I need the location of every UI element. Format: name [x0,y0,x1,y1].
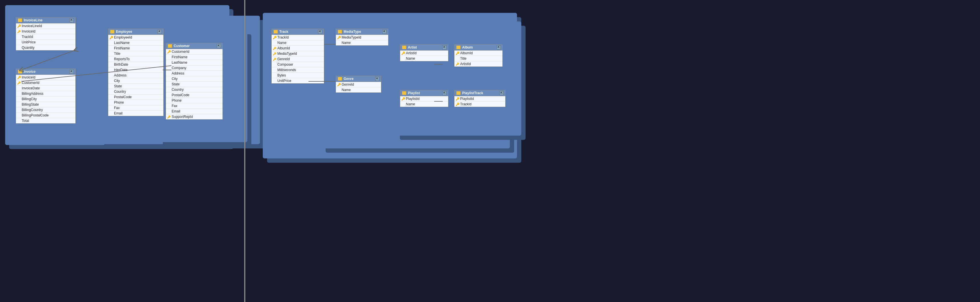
employee-row-5: ReportsTo [108,57,163,62]
employee-row-14: Fax [108,105,163,111]
canvas: InvoiceLine ⇱ 🔑 InvoiceLineId 🔑 InvoiceI… [0,0,980,302]
fk-icon: 🔑 [17,30,21,33]
invoice-title: Invoice [24,70,35,74]
far-right-panel [396,21,521,135]
customer-title: Customer [173,44,190,48]
pk-icon-inv: 🔑 [17,76,21,79]
mediatype-expand[interactable]: ⇱ [382,30,387,34]
table-icon-track [274,30,278,34]
track-field-8: Bytes [277,73,286,77]
invoiceline-expand[interactable]: ⇱ [70,18,74,22]
table-employee: Employee ⇱ 🔑 EmployeeId LastName FirstNa… [108,29,164,116]
table-icon-employee [110,30,115,34]
invoice-row-4: BillingAddress [16,91,75,97]
playlist-field-2: Name [406,102,415,106]
playlist-expand[interactable]: ⇱ [442,91,447,95]
customer-row-2: FirstName [166,54,223,60]
employee-field-6: BirthDate [114,62,128,67]
table-playlist: Playlist ⇱ 🔑 PlaylistId Name [400,90,449,107]
track-field-5: GenreId [277,57,290,61]
invoice-row-6: BillingState [16,102,75,107]
mediatype-row-2: Name [336,40,388,45]
employee-row-6: BirthDate [108,62,163,67]
customer-field-5: Address [172,72,184,75]
invoiceline-field-3: TrackId [22,35,33,39]
customer-row-1: 🔑 CustomerId [166,49,223,54]
invoiceline-field-1: InvoiceLineId [22,24,42,28]
invoiceline-row-3: TrackId [16,34,75,40]
invoiceline-field-5: Quantity [22,46,35,50]
invoice-row-7: BillingCountry [16,107,75,113]
employee-row-1: 🔑 EmployeeId [108,35,163,40]
table-genre: Genre ⇱ 🔑 GenreId Name [336,76,381,93]
album-field-2: Title [460,57,466,60]
customer-field-12: Email [172,109,180,113]
genre-row-2: Name [336,87,381,92]
customer-row-5: Address [166,71,223,76]
artist-expand[interactable]: ⇱ [442,45,447,49]
customer-row-11: Fax [166,103,223,109]
employee-expand[interactable]: ⇱ [158,30,162,34]
invoice-header: Invoice ⇱ [16,69,75,75]
employee-field-9: City [114,79,120,83]
invoice-row-3: InvoiceDate [16,86,75,91]
customer-field-3: LastName [172,60,188,65]
employee-field-14: Fax [114,106,120,110]
employee-row-9: City [108,78,163,84]
customer-row-10: Phone [166,98,223,103]
playlisttrack-row-2: 🔑 TrackId [455,102,505,107]
genre-expand[interactable]: ⇱ [375,77,379,81]
invoiceline-row-4: UnitPrice [16,40,75,45]
playlisttrack-field-2: TrackId [460,102,472,106]
invoice-field-3: InvoiceDate [22,86,40,90]
track-row-9: UnitPrice [272,78,324,83]
customer-expand[interactable]: ⇱ [217,44,221,48]
playlisttrack-header: PlaylistTrack ⇱ [455,90,505,96]
invoiceline-row-2: 🔑 InvoiceId [16,29,75,34]
track-field-1: TrackId [277,35,289,40]
customer-row-3: LastName [166,60,223,65]
track-field-9: UnitPrice [277,79,291,83]
invoiceline-field-2: InvoiceId [22,29,35,33]
fk-icon-album: 🔑 [456,62,459,66]
track-row-5: 🔑 GenreId [272,57,324,62]
album-header: Album ⇱ [455,45,503,51]
invoice-field-1: InvoiceId [22,75,35,79]
pk-icon-track: 🔑 [273,36,277,40]
pk-icon-cust: 🔑 [167,50,171,54]
customer-field-10: Phone [172,99,182,102]
invoice-expand[interactable]: ⇱ [70,70,74,74]
track-field-7: Milliseconds [277,68,296,72]
invoice-row-8: BillingPostalCode [16,113,75,118]
invoice-row-1: 🔑 InvoiceId [16,75,75,80]
playlisttrack-expand[interactable]: ⇱ [500,91,504,95]
playlisttrack-title: PlaylistTrack [462,91,483,95]
employee-field-2: LastName [114,41,130,45]
customer-header: Customer ⇱ [166,43,223,49]
artist-field-2: Name [406,57,415,60]
album-field-1: AlbumId [460,51,473,55]
track-expand[interactable]: ⇱ [318,30,322,34]
invoice-field-9: Total [22,119,29,123]
mediatype-field-2: Name [342,41,351,45]
invoiceline-title: InvoiceLine [24,18,43,22]
employee-field-5: ReportsTo [114,57,130,61]
playlist-row-1: 🔑 PlaylistId [400,96,448,102]
album-row-1: 🔑 AlbumId [455,51,503,56]
playlist-field-1: PlaylistId [406,97,420,101]
employee-row-11: Country [108,89,163,94]
customer-field-4: Company [172,66,186,70]
customer-field-6: City [172,77,178,81]
customer-field-9: PostalCode [172,93,189,97]
track-header: Track ⇱ [272,29,324,35]
employee-row-3: FirstName [108,46,163,51]
fk-icon-inv: 🔑 [17,81,21,84]
employee-row-2: LastName [108,40,163,46]
genre-header: Genre ⇱ [336,76,381,82]
playlist-title: Playlist [408,91,420,95]
customer-field-2: FirstName [172,55,188,59]
artist-row-1: 🔑 ArtistId [400,51,448,56]
invoice-field-5: BillingCity [22,97,37,101]
album-expand[interactable]: ⇱ [497,45,501,49]
table-icon-genre [337,77,342,81]
